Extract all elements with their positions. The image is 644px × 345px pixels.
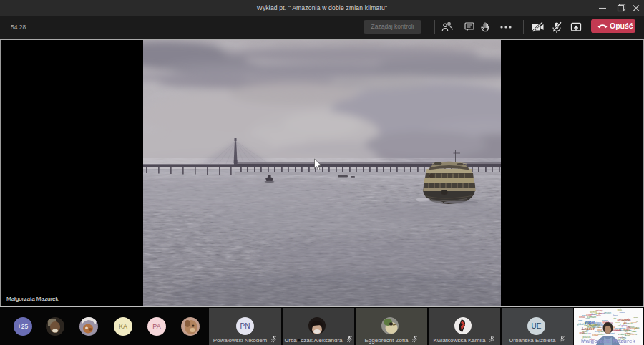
svg-text:co2: co2: [598, 326, 602, 329]
svg-text:zmiany: zmiany: [605, 315, 611, 317]
svg-text:badania: badania: [582, 332, 589, 334]
svg-text:woda: woda: [634, 316, 639, 319]
svg-text:co2: co2: [628, 315, 632, 317]
svg-text:woda: woda: [618, 308, 623, 311]
svg-text:amazon: amazon: [604, 311, 611, 314]
svg-text:water: water: [598, 333, 605, 336]
svg-text:green: green: [595, 331, 599, 332]
svg-text:agua: agua: [635, 326, 640, 329]
svg-text:rio: rio: [613, 317, 616, 320]
svg-text:brasil: brasil: [578, 319, 582, 321]
svg-text:selva: selva: [596, 314, 601, 317]
svg-text:amazonia: amazonia: [617, 318, 631, 321]
svg-text:rzeka: rzeka: [629, 333, 635, 336]
svg-text:Małgorzata Mazurek: Małgorzata Mazurek: [581, 338, 636, 344]
svg-text:green: green: [575, 325, 580, 326]
svg-text:Leader: Leader: [582, 326, 595, 331]
svg-text:co2: co2: [618, 324, 621, 327]
svg-text:Water: Water: [585, 320, 595, 324]
svg-text:klimat: klimat: [592, 334, 598, 336]
svg-text:forest: forest: [613, 314, 618, 317]
svg-text:dorzecze: dorzecze: [620, 329, 633, 332]
svg-text:deszcz: deszcz: [620, 311, 626, 314]
svg-text:cieplo: cieplo: [615, 321, 620, 324]
svg-text:forest: forest: [630, 318, 635, 319]
svg-text:climate: climate: [587, 315, 597, 319]
svg-text:klimat: klimat: [579, 316, 585, 319]
svg-text:soil: soil: [588, 332, 591, 334]
